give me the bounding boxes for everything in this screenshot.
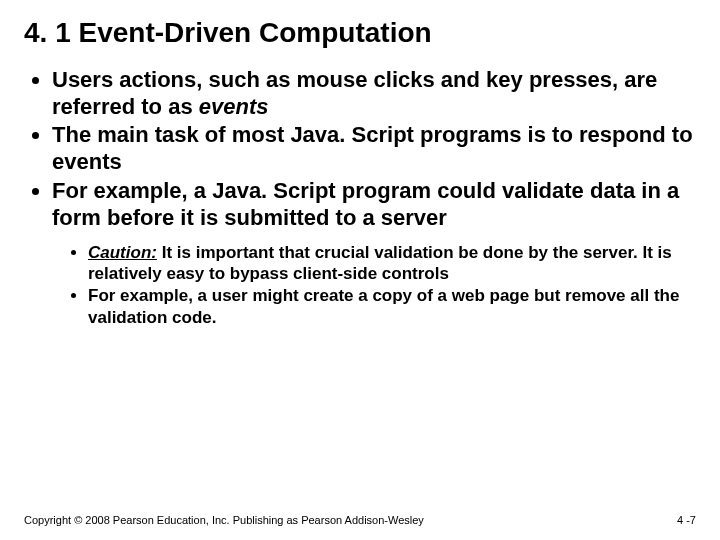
bullet-list-level2: Caution: It is important that crucial va… bbox=[52, 242, 696, 328]
list-item: Users actions, such as mouse clicks and … bbox=[52, 67, 696, 121]
list-item: For example, a Java. Script program coul… bbox=[52, 178, 696, 328]
list-item: For example, a user might create a copy … bbox=[88, 285, 696, 328]
bullet-text: For example, a user might create a copy … bbox=[88, 286, 679, 326]
slide: 4. 1 Event-Driven Computation Users acti… bbox=[0, 0, 720, 540]
bullet-emph: events bbox=[199, 94, 269, 119]
bullet-text: For example, a Java. Script program coul… bbox=[52, 178, 679, 230]
bullet-text: Users actions, such as mouse clicks and … bbox=[52, 67, 657, 119]
bullet-list-level1: Users actions, such as mouse clicks and … bbox=[24, 67, 696, 328]
list-item: The main task of most Java. Script progr… bbox=[52, 122, 696, 176]
copyright-footer: Copyright © 2008 Pearson Education, Inc.… bbox=[24, 514, 424, 526]
list-item: Caution: It is important that crucial va… bbox=[88, 242, 696, 285]
page-number: 4 -7 bbox=[677, 514, 696, 526]
bullet-text: The main task of most Java. Script progr… bbox=[52, 122, 693, 174]
slide-title: 4. 1 Event-Driven Computation bbox=[24, 18, 696, 49]
bullet-text: It is important that crucial validation … bbox=[88, 243, 672, 283]
caution-label: Caution: bbox=[88, 243, 157, 262]
